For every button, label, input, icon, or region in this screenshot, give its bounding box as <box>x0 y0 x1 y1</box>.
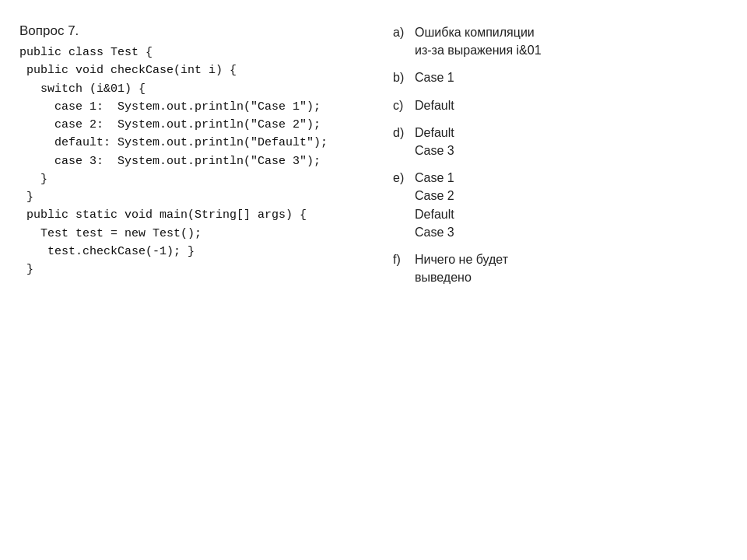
answer-label: d) <box>393 124 415 142</box>
answer-label: f) <box>393 250 415 268</box>
answers-list: a)Ошибка компиляции из-за выражения i&01… <box>393 23 743 286</box>
answer-label: b) <box>393 68 415 86</box>
answer-item: c)Default <box>393 96 743 114</box>
answer-item: d)Default Case 3 <box>393 124 743 159</box>
right-panel: a)Ошибка компиляции из-за выражения i&01… <box>381 16 747 544</box>
answer-text: Default Case 3 <box>415 124 454 159</box>
answer-text: Default <box>415 96 454 114</box>
answer-label: e) <box>393 169 415 187</box>
answer-label: a) <box>393 23 415 41</box>
answer-text: Ошибка компиляции из-за выражения i&01 <box>415 23 542 59</box>
answer-text: Case 1 Case 2 Default Case 3 <box>415 169 454 241</box>
answer-label: c) <box>393 96 415 114</box>
code-block: public class Test { public void checkCas… <box>19 44 370 278</box>
answer-item: e)Case 1 Case 2 Default Case 3 <box>393 169 743 241</box>
answer-text: Ничего не будет выведено <box>415 250 508 286</box>
answer-item: f)Ничего не будет выведено <box>393 250 743 286</box>
answer-item: a)Ошибка компиляции из-за выражения i&01 <box>393 23 743 59</box>
answer-text: Case 1 <box>415 68 454 86</box>
answer-item: b)Case 1 <box>393 68 743 86</box>
left-panel: Вопрос 7. public class Test { public voi… <box>8 16 381 544</box>
question-title: Вопрос 7. <box>19 23 370 39</box>
main-container: Вопрос 7. public class Test { public voi… <box>0 0 747 560</box>
